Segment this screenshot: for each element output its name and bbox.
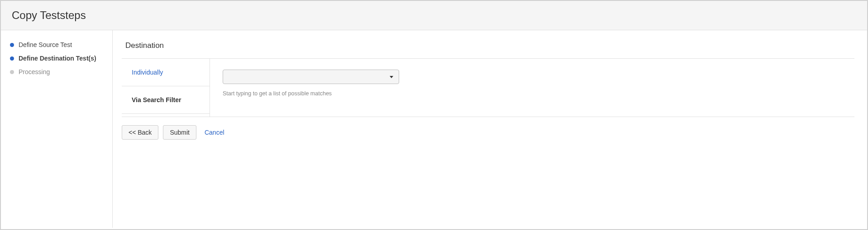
wizard-step-source[interactable]: Define Source Test — [10, 41, 103, 48]
destination-panel: Individually Via Search Filter Start typ… — [122, 58, 854, 117]
wizard-actions: << Back Submit Cancel — [122, 125, 854, 140]
wizard-step-label: Processing — [19, 68, 50, 75]
destination-tabs: Individually Via Search Filter — [122, 59, 210, 117]
destination-form: Start typing to get a list of possible m… — [210, 59, 854, 117]
destination-combobox[interactable] — [223, 70, 399, 84]
step-dot-icon — [10, 43, 14, 47]
chevron-down-icon — [390, 76, 393, 78]
cancel-link[interactable]: Cancel — [205, 129, 224, 136]
wizard-step-destination[interactable]: Define Destination Test(s) — [10, 55, 103, 62]
back-button[interactable]: << Back — [122, 125, 158, 140]
wizard-step-processing[interactable]: Processing — [10, 68, 103, 75]
tab-label: Individually — [132, 69, 163, 76]
step-dot-icon — [10, 70, 14, 74]
tab-label: Via Search Filter — [132, 96, 181, 103]
page-title: Copy Teststeps — [12, 9, 856, 22]
wizard-step-label: Define Destination Test(s) — [19, 55, 96, 62]
combobox-hint: Start typing to get a list of possible m… — [223, 90, 842, 97]
section-title: Destination — [125, 41, 854, 50]
submit-button[interactable]: Submit — [163, 125, 196, 140]
page-header: Copy Teststeps — [1, 1, 867, 30]
wizard-steps-sidebar: Define Source Test Define Destination Te… — [1, 30, 113, 228]
wizard-step-label: Define Source Test — [19, 41, 72, 48]
tab-via-search-filter[interactable]: Via Search Filter — [122, 86, 210, 114]
main-panel: Destination Individually Via Search Filt… — [113, 30, 867, 228]
step-dot-icon — [10, 56, 14, 61]
page-content: Define Source Test Define Destination Te… — [1, 30, 867, 228]
tab-individually[interactable]: Individually — [122, 59, 210, 86]
